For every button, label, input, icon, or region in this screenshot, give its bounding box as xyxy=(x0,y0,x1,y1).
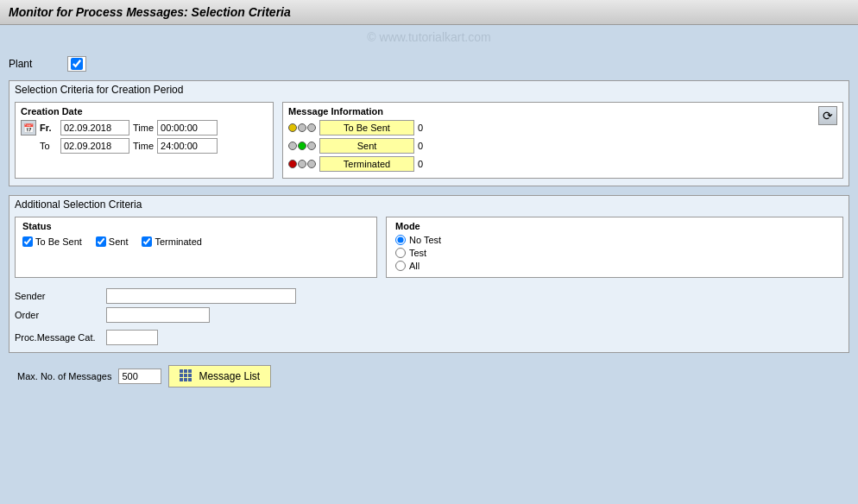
to-time-input[interactable]: 24:00:00 xyxy=(157,138,218,154)
mode-all-label[interactable]: All xyxy=(395,261,834,271)
sender-label: Sender xyxy=(15,291,101,301)
max-messages-input[interactable] xyxy=(118,369,161,384)
from-date-row: 📅 Fr. 02.09.2018 Time 00:00:00 xyxy=(21,120,268,135)
selection-criteria-title: Selection Criteria for Creation Period xyxy=(9,81,849,98)
mode-no-test-radio[interactable] xyxy=(395,235,406,245)
status-box: Status To Be Sent Sent Terminated xyxy=(15,217,377,278)
message-list-label: Message List xyxy=(199,370,260,382)
status-checkboxes: To Be Sent Sent Terminated xyxy=(22,236,369,247)
msg-row-terminated: Terminated 0 xyxy=(288,156,815,172)
status-sent-checkbox[interactable] xyxy=(96,236,106,247)
status-terminated-checkbox[interactable] xyxy=(142,236,152,247)
mode-test-radio[interactable] xyxy=(395,248,406,258)
status-title: Status xyxy=(22,221,369,231)
tl-terminated xyxy=(288,160,316,168)
additional-fields: Sender Order Proc.Message Cat. xyxy=(9,285,849,352)
sent-button[interactable]: Sent xyxy=(319,138,414,154)
mode-all-radio[interactable] xyxy=(395,261,406,271)
refresh-button[interactable]: ⟳ xyxy=(818,106,837,125)
from-date-input[interactable]: 02.09.2018 xyxy=(60,120,129,135)
terminated-button[interactable]: Terminated xyxy=(319,156,414,172)
tl-to-be-sent xyxy=(288,123,316,132)
plant-checkbox[interactable] xyxy=(71,58,83,70)
to-date-input[interactable]: 02.09.2018 xyxy=(60,138,129,154)
sender-input[interactable] xyxy=(106,288,296,304)
plant-checkbox-container[interactable] xyxy=(67,56,86,72)
msg-info-title: Message Information xyxy=(288,106,815,117)
to-time-label: Time xyxy=(133,141,154,151)
from-time-label: Time xyxy=(133,123,154,133)
selection-criteria-section: Selection Criteria for Creation Period C… xyxy=(9,80,849,186)
from-time-input[interactable]: 00:00:00 xyxy=(157,120,218,135)
msg-row-to-be-sent: To Be Sent 0 xyxy=(288,120,815,135)
grid-icon xyxy=(180,369,193,383)
status-to-be-sent-checkbox[interactable] xyxy=(22,236,33,247)
sender-row: Sender xyxy=(15,288,843,304)
order-row: Order xyxy=(15,307,843,323)
to-be-sent-count: 0 xyxy=(418,123,428,133)
additional-selection-section: Additional Selection Criteria Status To … xyxy=(9,195,849,353)
to-label: To xyxy=(40,141,57,151)
message-info-box: Message Information To Be Sent 0 xyxy=(282,102,843,179)
mode-title: Mode xyxy=(395,221,834,231)
tl-sent xyxy=(288,142,316,150)
title-bar: Monitor for Process Messages: Selection … xyxy=(0,0,858,25)
calendar-icon[interactable]: 📅 xyxy=(21,120,36,135)
to-date-row: To 02.09.2018 Time 24:00:00 xyxy=(21,138,268,154)
from-label: Fr. xyxy=(40,123,57,133)
order-input[interactable] xyxy=(106,307,210,323)
message-list-button[interactable]: Message List xyxy=(168,365,271,387)
status-to-be-sent-label[interactable]: To Be Sent xyxy=(22,236,82,247)
mode-box: Mode No Test Test All xyxy=(386,217,843,278)
proc-msg-cat-row: Proc.Message Cat. xyxy=(15,330,843,345)
additional-section-title: Additional Selection Criteria xyxy=(9,196,849,213)
mode-test-label[interactable]: Test xyxy=(395,248,834,258)
sent-count: 0 xyxy=(418,141,428,151)
page-title: Monitor for Process Messages: Selection … xyxy=(9,5,291,19)
mode-no-test-label[interactable]: No Test xyxy=(395,235,834,245)
terminated-count: 0 xyxy=(418,159,428,169)
plant-label: Plant xyxy=(9,58,60,70)
order-label: Order xyxy=(15,310,101,320)
to-be-sent-button[interactable]: To Be Sent xyxy=(319,120,414,135)
footer-row: Max. No. of Messages Message List xyxy=(9,362,849,394)
max-messages-label: Max. No. of Messages xyxy=(17,371,111,381)
creation-date-title: Creation Date xyxy=(21,106,268,117)
creation-date-box: Creation Date 📅 Fr. 02.09.2018 Time 00:0… xyxy=(15,102,274,179)
status-sent-label[interactable]: Sent xyxy=(96,236,129,247)
msg-row-sent: Sent 0 xyxy=(288,138,815,154)
status-terminated-label[interactable]: Terminated xyxy=(142,236,201,247)
proc-msg-cat-input[interactable] xyxy=(106,330,158,345)
proc-msg-cat-label: Proc.Message Cat. xyxy=(15,332,101,343)
watermark: © www.tutorialkart.com xyxy=(0,25,858,49)
